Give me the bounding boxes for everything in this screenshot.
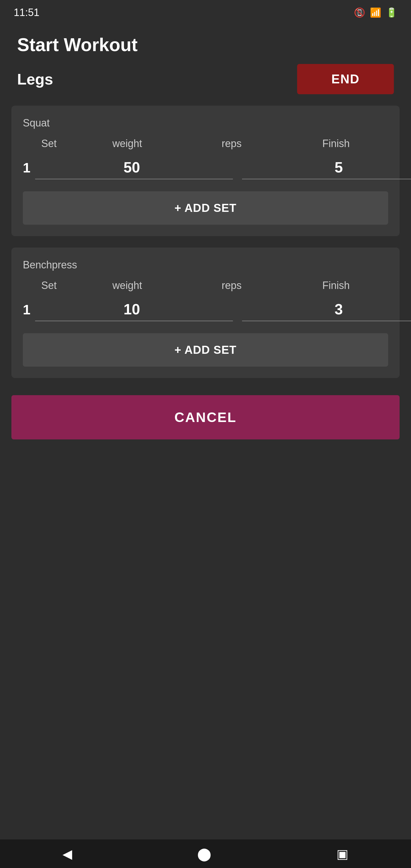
battery-icon: 🔋 (386, 7, 397, 18)
set-headers-benchpress: Set weight reps Finish (23, 280, 388, 291)
add-set-button-squat[interactable]: + ADD SET (23, 191, 388, 225)
header-reps-benchpress: reps (180, 280, 284, 291)
weight-input-benchpress-1[interactable] (35, 298, 233, 321)
exercise-card-squat: Squat Set weight reps Finish 1 DONE + AD… (11, 106, 400, 236)
exercise-name-benchpress: Benchpress (23, 259, 388, 271)
add-set-button-benchpress[interactable]: + ADD SET (23, 333, 388, 367)
header-finish-squat: Finish (284, 137, 388, 150)
status-time: 11:51 (14, 6, 39, 19)
exercise-name-squat: Squat (23, 117, 388, 129)
recent-nav-icon[interactable]: ▣ (337, 846, 348, 861)
header-set-squat: Set (23, 137, 75, 150)
status-icons: 📵 📶 🔋 (354, 7, 397, 18)
workout-header: Legs END (0, 64, 411, 106)
header-set-benchpress: Set (23, 280, 75, 291)
header-weight-benchpress: weight (75, 280, 180, 291)
nav-bar: ◀ ⬤ ▣ (0, 839, 411, 868)
reps-input-benchpress-1[interactable] (242, 298, 411, 321)
exercise-card-benchpress: Benchpress Set weight reps Finish 1 DONE… (11, 248, 400, 378)
header-finish-benchpress: Finish (284, 280, 388, 291)
end-workout-button[interactable]: END (297, 64, 394, 94)
set-row-benchpress-1: 1 DONE (23, 297, 388, 322)
cancel-button[interactable]: CANCEL (11, 395, 400, 439)
notification-icon: 📵 (354, 7, 365, 18)
set-number-squat-1: 1 (23, 160, 31, 176)
set-number-benchpress-1: 1 (23, 302, 31, 317)
set-table-squat: Set weight reps Finish 1 DONE (23, 137, 388, 180)
set-row-squat-1: 1 DONE (23, 155, 388, 180)
home-nav-icon[interactable]: ⬤ (197, 846, 211, 861)
reps-input-squat-1[interactable] (242, 156, 411, 179)
workout-category-name: Legs (17, 70, 53, 88)
header-weight-squat: weight (75, 137, 180, 150)
back-nav-icon[interactable]: ◀ (63, 846, 72, 861)
header-reps-squat: reps (180, 137, 284, 150)
status-bar: 11:51 📵 📶 🔋 (0, 0, 411, 23)
weight-input-squat-1[interactable] (35, 156, 233, 179)
signal-icon: 📶 (370, 7, 381, 18)
set-headers-squat: Set weight reps Finish (23, 137, 388, 150)
set-table-benchpress: Set weight reps Finish 1 DONE (23, 280, 388, 322)
page-title: Start Workout (0, 23, 411, 64)
